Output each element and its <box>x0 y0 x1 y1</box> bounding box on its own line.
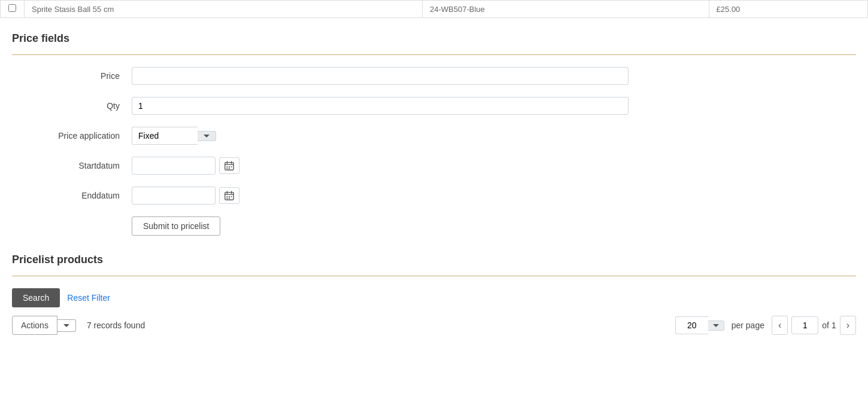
page-number-input[interactable] <box>791 316 818 334</box>
pricelist-products-title: Pricelist products <box>12 254 856 271</box>
price-row: Price <box>12 67 856 85</box>
records-count: 7 records found <box>87 321 145 330</box>
price-application-row: Price application Fixed Discount Surchar… <box>12 127 856 145</box>
submit-row: Submit to pricelist <box>12 216 856 236</box>
price-fields-title: Price fields <box>12 32 856 50</box>
enddatum-calendar-btn[interactable] <box>219 187 239 204</box>
calendar-icon <box>224 160 235 171</box>
startdatum-input[interactable] <box>132 157 216 175</box>
price-label: Price <box>12 71 132 81</box>
submit-to-pricelist-button[interactable]: Submit to pricelist <box>132 216 220 236</box>
reset-filter-link[interactable]: Reset Filter <box>67 293 110 303</box>
actions-button[interactable]: Actions <box>12 316 57 335</box>
startdatum-label: Startdatum <box>12 161 132 170</box>
price-application-label: Price application <box>12 131 132 141</box>
actions-group: Actions <box>12 316 76 335</box>
per-page-caret-icon <box>713 324 719 327</box>
price-fields-divider <box>12 54 856 55</box>
enddatum-input[interactable] <box>132 187 216 205</box>
product-price-cell: £25.00 <box>709 1 867 18</box>
chevron-left-icon <box>778 321 781 330</box>
price-application-caret-btn[interactable] <box>198 131 216 141</box>
svg-rect-13 <box>227 196 228 197</box>
calendar-icon <box>224 190 235 201</box>
row-checkbox[interactable] <box>1 1 25 18</box>
svg-rect-6 <box>231 166 232 167</box>
pricelist-products-divider <box>12 276 856 276</box>
search-button[interactable]: Search <box>12 288 60 307</box>
svg-rect-15 <box>231 196 232 197</box>
checkbox-input[interactable] <box>8 4 16 12</box>
svg-rect-8 <box>229 168 230 169</box>
actions-caret-icon <box>63 324 69 327</box>
enddatum-row: Enddatum <box>12 187 856 205</box>
qty-input[interactable] <box>132 97 629 115</box>
per-page-group <box>675 316 724 334</box>
product-sku-cell: 24-WB507-Blue <box>423 1 709 18</box>
pagination: per page of 1 <box>675 316 856 335</box>
per-page-label: per page <box>732 321 764 330</box>
svg-rect-16 <box>227 198 228 199</box>
price-input[interactable] <box>132 67 629 85</box>
svg-rect-5 <box>229 166 230 167</box>
bottom-bar: Actions 7 records found per page of 1 <box>12 316 856 335</box>
page-of-label: of 1 <box>822 321 836 330</box>
prev-page-button[interactable] <box>772 316 788 335</box>
product-name-cell: Sprite Stasis Ball 55 cm <box>25 1 423 18</box>
chevron-right-icon <box>846 321 849 330</box>
svg-rect-17 <box>229 198 230 199</box>
caret-down-icon <box>204 135 210 138</box>
qty-row: Qty <box>12 97 856 115</box>
search-bar: Search Reset Filter <box>12 288 856 307</box>
price-application-select[interactable]: Fixed Discount Surcharge <box>132 127 198 145</box>
svg-rect-4 <box>227 166 228 167</box>
top-table: Sprite Stasis Ball 55 cm 24-WB507-Blue £… <box>0 0 868 18</box>
per-page-input[interactable] <box>675 316 708 334</box>
actions-caret-button[interactable] <box>57 319 76 332</box>
next-page-button[interactable] <box>840 316 856 335</box>
startdatum-calendar-btn[interactable] <box>219 157 239 174</box>
enddatum-label: Enddatum <box>12 191 132 200</box>
table-row: Sprite Stasis Ball 55 cm 24-WB507-Blue £… <box>1 1 868 18</box>
price-application-select-group: Fixed Discount Surcharge <box>132 127 216 145</box>
svg-rect-7 <box>227 168 228 169</box>
qty-label: Qty <box>12 101 132 111</box>
svg-rect-14 <box>229 196 230 197</box>
startdatum-row: Startdatum <box>12 157 856 175</box>
per-page-caret-btn[interactable] <box>708 321 724 331</box>
